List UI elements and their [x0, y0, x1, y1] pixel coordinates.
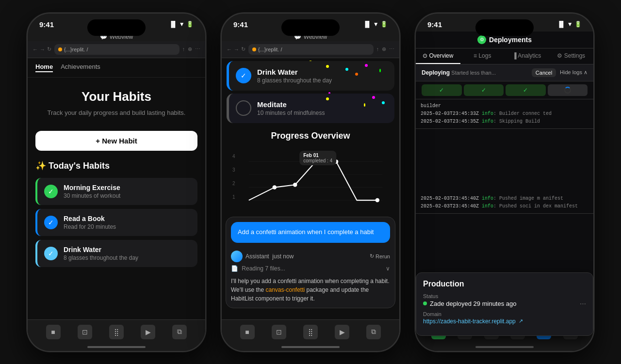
check-icon-2: ✓: [481, 87, 486, 94]
habit-item-morning[interactable]: ✓ Morning Exercise 30 minutes of workout: [35, 178, 197, 205]
windows-icon-2[interactable]: ⧉: [366, 325, 381, 339]
expand-icon[interactable]: ∨: [386, 265, 390, 272]
url-text-2: {...}replit. /: [258, 47, 282, 52]
confetti-dot: [364, 103, 365, 107]
log-panel: builder 2025-02-03T23:45:33Z info: Build…: [416, 99, 593, 129]
checkmark-water: ✓: [48, 250, 54, 257]
new-habit-button[interactable]: + New Habit: [35, 131, 197, 151]
habit-card-meditate[interactable]: Meditate 10 minutes of mindfulness: [227, 94, 394, 123]
share-icon-2[interactable]: ↑: [376, 46, 379, 52]
reload-btn-1[interactable]: ↻: [47, 46, 51, 52]
nav-achievements[interactable]: Achievements: [61, 63, 100, 72]
deploying-detail: Started less than...: [451, 70, 496, 76]
analytics-icon: ▐: [512, 52, 518, 59]
display-icon-2[interactable]: ⊡: [272, 325, 286, 339]
home-indicator-1: [87, 346, 146, 348]
progress-dots: ✓ ✓ ✓: [416, 81, 593, 99]
external-link-icon[interactable]: ↗: [519, 318, 523, 324]
phone1-hero: Your Habits Track your daily progress an…: [28, 78, 205, 126]
habit-card-water[interactable]: ✓ Drink Water 8 glasses throughout the d…: [227, 61, 394, 91]
reload-btn-2[interactable]: ↻: [241, 46, 245, 52]
browser-bar-2: ← → ↻ {...}replit. / ↑ ⊕ ⋯: [222, 41, 399, 58]
settings-icon: ⚙: [557, 52, 564, 59]
tab-analytics[interactable]: ▐ Analytics: [505, 48, 549, 64]
more-options-icon[interactable]: ⋯: [580, 300, 586, 307]
chart-area: 4321 Feb 01 completed : 4: [229, 146, 392, 219]
back-btn-2[interactable]: ←: [227, 47, 232, 52]
check-icon-3: ✓: [523, 87, 528, 94]
confetti-dot: [355, 73, 358, 76]
cancel-deploy-button[interactable]: Cancel: [532, 68, 556, 77]
tab-settings[interactable]: ⚙ Settings: [549, 48, 594, 64]
dynamic-island-1: [87, 19, 146, 36]
grid-icon[interactable]: ⣿: [109, 325, 124, 339]
bookmark-icon-1[interactable]: ⊕: [188, 46, 192, 52]
nav-home[interactable]: Home: [35, 63, 53, 72]
url-text-1: {...}replit. /: [64, 47, 88, 52]
confetti-dot: [382, 101, 385, 104]
phone-1: 9:41 ▐▌ ▼ 🔋 💬 Webview ← → ↻ {...}replit.…: [27, 13, 206, 352]
progress-dot-2: ✓: [464, 84, 504, 96]
chat-overlay: Add a confetti animation when I complete…: [226, 217, 395, 308]
share-icon-1[interactable]: ↑: [182, 46, 185, 52]
habit-item-water[interactable]: ✓ Drink Water 8 glasses throughout the d…: [35, 240, 197, 267]
tooltip-value: completed : 4: [303, 158, 332, 163]
habit-card-title-meditate: Meditate: [257, 100, 325, 109]
dynamic-island-2: [281, 19, 340, 36]
forward-btn-2[interactable]: →: [234, 47, 239, 52]
url-bar-2[interactable]: {...}replit. /: [248, 44, 374, 55]
reading-files-text: Reading 7 files...: [242, 265, 285, 272]
phone1-nav: Home Achievements: [28, 58, 205, 78]
display-icon[interactable]: ⊡: [78, 325, 92, 339]
stop-icon[interactable]: ■: [46, 325, 61, 339]
stop-icon-2[interactable]: ■: [240, 325, 255, 339]
habit-subtitle-book: Read for 20 minutes: [64, 223, 116, 230]
forward-btn-1[interactable]: →: [40, 47, 45, 52]
today-habits-title: ✨ Today's Habits: [35, 160, 197, 171]
bookmark-icon-2[interactable]: ⊕: [382, 46, 386, 52]
habit-item-book[interactable]: ✓ Read a Book Read for 20 minutes: [35, 209, 197, 236]
prod-domain-field: Domain https://zades-habit-tracker.repli…: [423, 311, 586, 325]
reading-files-row[interactable]: 📄 Reading 7 files... ∨: [226, 262, 395, 275]
browser-nav-1: ← → ↻: [33, 46, 51, 52]
tab-logs[interactable]: ≡ Logs: [460, 48, 505, 64]
dynamic-island-3: [475, 19, 534, 36]
chat-assistant-row: Assistant just now ↻ Rerun: [226, 248, 395, 262]
log-row-4: 2025-02-03T23:45:40Z info: Pushed image …: [421, 195, 588, 203]
more-icon-2[interactable]: ⋯: [389, 46, 394, 52]
file-icon: 📄: [231, 265, 238, 272]
production-card: Production Status Zade deployed 29 minut…: [416, 272, 593, 336]
package-name: canvas-confetti: [265, 286, 305, 293]
chat-user-message: Add a confetti animation when I complete…: [231, 222, 390, 242]
prod-status-label: Status: [423, 293, 586, 299]
habit-icon-morning: ✓: [44, 185, 58, 198]
phone-3: 9:41 ▐▌ ▼ 🔋 ⚙ Deployments ⊙ Overview ≡ L…: [415, 13, 594, 352]
more-icon-1[interactable]: ⋯: [195, 46, 200, 52]
assistant-time: just now: [272, 253, 294, 260]
prod-card-title: Production: [423, 280, 586, 288]
tab-overview[interactable]: ⊙ Overview: [416, 48, 460, 64]
back-btn-1[interactable]: ←: [33, 47, 38, 52]
habit-subtitle-morning: 30 minutes of workout: [64, 192, 120, 199]
habit-title-water: Drink Water: [64, 246, 138, 253]
rerun-label: Rerun: [376, 253, 390, 259]
phone3-content: ⚙ Deployments ⊙ Overview ≡ Logs ▐ Analyt…: [416, 32, 593, 352]
habit-text-morning: Morning Exercise 30 minutes of workout: [64, 184, 120, 199]
prod-domain-label: Domain: [423, 311, 586, 317]
forward-icon-2[interactable]: ▶: [335, 325, 349, 339]
habit-text-water: Drink Water 8 glasses throughout the day: [64, 246, 138, 261]
rerun-button[interactable]: ↻ Rerun: [370, 253, 390, 259]
prod-status-field: Status Zade deployed 29 minutes ago ⋯: [423, 293, 586, 307]
hide-logs-button[interactable]: Hide logs ∧: [560, 69, 588, 76]
dep-tabs: ⊙ Overview ≡ Logs ▐ Analytics ⚙ Settings: [416, 48, 593, 64]
deploying-label: Deploying: [422, 69, 450, 76]
forward-icon[interactable]: ▶: [141, 325, 155, 339]
browser-bar-1: ← → ↻ {...}replit. / ↑ ⊕ ⋯: [28, 41, 205, 58]
habit-card-text-meditate: Meditate 10 minutes of mindfulness: [257, 100, 325, 116]
prod-domain-link[interactable]: https://zades-habit-tracker.replit.app: [423, 318, 516, 325]
url-bar-1[interactable]: {...}replit. /: [54, 44, 180, 55]
windows-icon[interactable]: ⧉: [172, 325, 187, 339]
habit-card-subtitle-meditate: 10 minutes of mindfulness: [257, 110, 325, 116]
habit-card-subtitle-water: 8 glasses throughout the day: [257, 77, 332, 84]
grid-icon-2[interactable]: ⣿: [303, 325, 318, 339]
